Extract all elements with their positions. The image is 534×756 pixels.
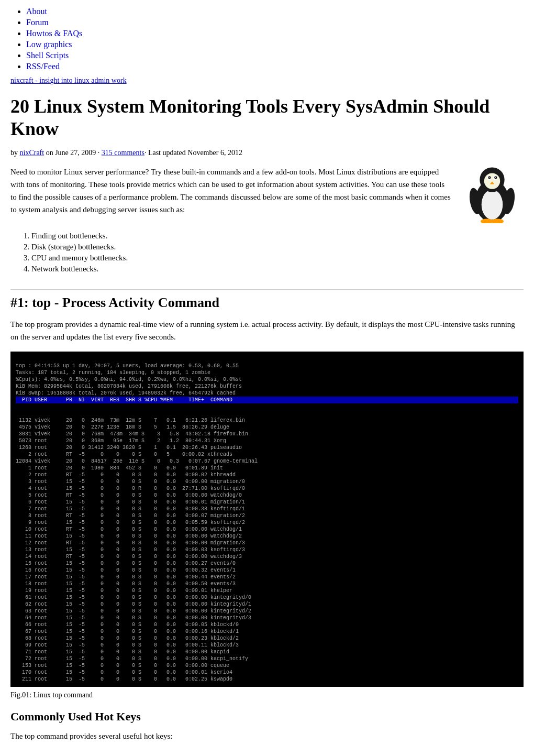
nav-link-about[interactable]: About bbox=[26, 7, 47, 16]
nav-item-howtos[interactable]: Howtos & FAQs bbox=[26, 29, 524, 38]
page-title: 20 Linux System Monitoring Tools Every S… bbox=[10, 95, 524, 140]
section1-text: The top program provides a dynamic real-… bbox=[10, 318, 524, 343]
svg-point-3 bbox=[484, 173, 500, 189]
intro-list-item-2: Disk (storage) bottlenecks. bbox=[31, 243, 524, 251]
svg-point-9 bbox=[495, 177, 496, 178]
site-tagline-link[interactable]: nixcraft - insight into linux admin work bbox=[10, 76, 524, 85]
intro-image bbox=[461, 166, 524, 223]
intro-section: Need to monitor Linux server performance… bbox=[10, 166, 524, 223]
nav-item-lowgraphics[interactable]: Low graphics bbox=[26, 40, 524, 49]
terminal-rows: 1132 vivek 20 0 246m 73m 12m S 7 0.1 6:2… bbox=[16, 418, 258, 682]
terminal-header-info: top : 04:14:53 up 1 day, 20:07, 5 users,… bbox=[16, 363, 242, 396]
intro-list-item-1: Finding out bottlenecks. bbox=[31, 232, 524, 240]
intro-list-item-4: Network bottlenecks. bbox=[31, 265, 524, 273]
nav-item-shellscripts[interactable]: Shell Scripts bbox=[26, 51, 524, 60]
nav-link-shellscripts[interactable]: Shell Scripts bbox=[26, 51, 69, 60]
fig-caption: Fig.01: Linux top command bbox=[10, 691, 524, 699]
intro-paragraph: Need to monitor Linux server performance… bbox=[10, 166, 452, 216]
updated-date: November 6, 2012 bbox=[187, 149, 242, 157]
subsection-hotkeys-text: The top command provides several useful … bbox=[10, 730, 524, 742]
nav-menu: About Forum Howtos & FAQs Low graphics S… bbox=[10, 7, 524, 71]
penguin-icon bbox=[463, 166, 521, 223]
comments-link[interactable]: 315 comments bbox=[102, 149, 144, 157]
intro-text: Need to monitor Linux server performance… bbox=[10, 166, 452, 223]
section1-title: #1: top - Process Activity Command bbox=[10, 289, 524, 311]
intro-list: Finding out bottlenecks. Disk (storage) … bbox=[31, 232, 524, 273]
subsection-hotkeys-title: Commonly Used Hot Keys bbox=[10, 710, 524, 724]
article-meta: by nixCraft on June 27, 2009 · 315 comme… bbox=[10, 149, 524, 157]
nav-link-howtos[interactable]: Howtos & FAQs bbox=[26, 29, 82, 38]
nav-link-lowgraphics[interactable]: Low graphics bbox=[26, 40, 72, 49]
nav-item-rss[interactable]: RSS/Feed bbox=[26, 62, 524, 71]
nav-link-rss[interactable]: RSS/Feed bbox=[26, 62, 60, 71]
terminal-col-header: PID USER PR NI VIRT RES SHR S %CPU %MEM … bbox=[16, 397, 518, 403]
svg-point-6 bbox=[489, 177, 490, 178]
publish-date: June 27, 2009 bbox=[55, 149, 96, 157]
nav-item-about[interactable]: About bbox=[26, 7, 524, 16]
author-link[interactable]: nixCraft bbox=[20, 149, 44, 157]
nav-item-forum[interactable]: Forum bbox=[26, 18, 524, 27]
nav-link-forum[interactable]: Forum bbox=[26, 18, 49, 27]
terminal-output: top : 04:14:53 up 1 day, 20:07, 5 users,… bbox=[10, 352, 524, 687]
svg-point-1 bbox=[482, 190, 503, 220]
intro-list-item-3: CPU and memory bottlenecks. bbox=[31, 254, 524, 262]
